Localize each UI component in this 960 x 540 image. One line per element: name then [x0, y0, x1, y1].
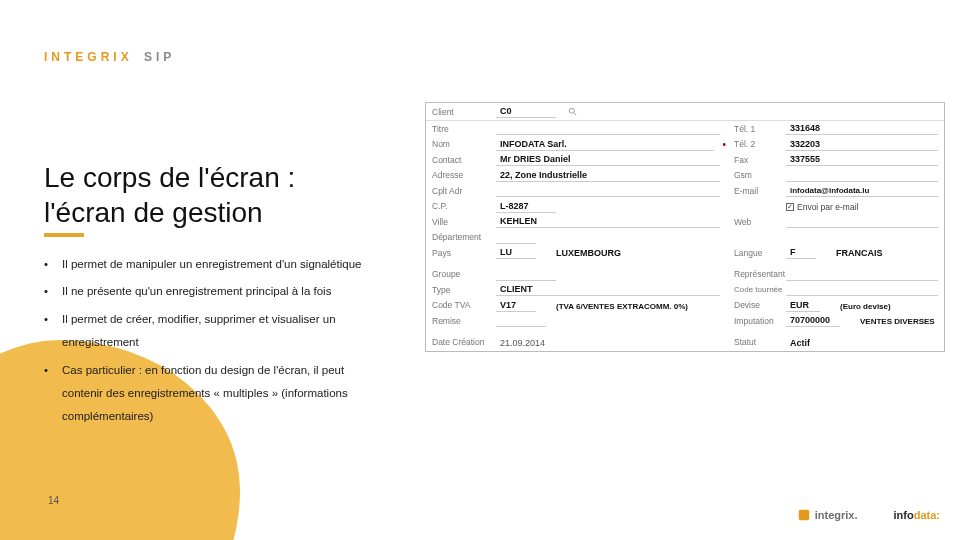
- client-field[interactable]: C0: [496, 105, 556, 118]
- titre-label: Titre: [426, 124, 496, 134]
- email-field[interactable]: infodata@infodata.lu: [786, 184, 938, 197]
- svg-point-0: [569, 108, 574, 113]
- client-label: Client: [426, 107, 496, 117]
- type-label: Type: [426, 285, 496, 295]
- envoi-checkbox[interactable]: ✓Envoi par e-mail: [786, 200, 938, 213]
- title-line-1: Le corps de l'écran :: [44, 162, 295, 193]
- bullet-4c: complémentaires): [44, 407, 419, 425]
- brand-secondary: SIP: [144, 50, 175, 64]
- svg-rect-2: [799, 510, 810, 521]
- codetva-label: Code TVA: [426, 300, 496, 310]
- bullet-2: Il ne présente qu'un enregistrement prin…: [44, 282, 419, 300]
- footer-brand-infodata: infodata:: [894, 509, 940, 521]
- gsm-label: Gsm: [726, 170, 786, 180]
- search-icon[interactable]: [568, 107, 578, 117]
- remise-label: Remise: [426, 316, 496, 326]
- tel2-field[interactable]: 332203: [786, 138, 938, 151]
- footer-brand-integrix: integrix.: [797, 508, 858, 522]
- bullet-3b: enregistrement: [44, 333, 419, 351]
- nom-field[interactable]: INFODATA Sarl.: [496, 138, 714, 151]
- pays-code-field[interactable]: LU: [496, 246, 536, 259]
- tel1-field[interactable]: 331648: [786, 122, 938, 135]
- pays-label: Pays: [426, 248, 496, 258]
- bullet-1: Il permet de manipuler un enregistrement…: [44, 255, 419, 273]
- codetva-code-field[interactable]: V17: [496, 299, 536, 312]
- titre-field[interactable]: [496, 122, 720, 135]
- rep-field[interactable]: [786, 268, 938, 281]
- integrix-logo-icon: [797, 508, 811, 522]
- devise-name: (Euro devise): [836, 299, 938, 312]
- adresse-field[interactable]: 22, Zone Industrielle: [496, 169, 720, 182]
- groupe-label: Groupe: [426, 269, 496, 279]
- dept-label: Département: [426, 232, 496, 242]
- brand-primary: INTEGRIX: [44, 50, 133, 64]
- groupe-field[interactable]: [496, 268, 556, 281]
- contact-label: Contact: [426, 155, 496, 165]
- fax-field[interactable]: 337555: [786, 153, 938, 166]
- bullet-3a: Il permet de créer, modifier, supprimer …: [44, 310, 419, 328]
- imput-code-field[interactable]: 70700000: [786, 314, 840, 327]
- bullet-list: Il permet de manipuler un enregistrement…: [44, 255, 419, 435]
- dept-field[interactable]: [496, 231, 536, 244]
- footer-brandbar: integrix. infodata:: [797, 508, 940, 522]
- statut-label: Statut: [726, 337, 786, 347]
- adresse-label: Adresse: [426, 170, 496, 180]
- tournee-field[interactable]: [786, 283, 938, 296]
- checkbox-icon: ✓: [786, 203, 794, 211]
- svg-line-1: [574, 112, 577, 115]
- web-label: Web: [726, 217, 786, 227]
- imput-name: VENTES DIVERSES: [856, 314, 938, 327]
- contact-field[interactable]: Mr DRIES Daniel: [496, 153, 720, 166]
- type-field[interactable]: CLIENT: [496, 283, 720, 296]
- page-number: 14: [48, 495, 59, 506]
- nom-label: Nom: [426, 139, 496, 149]
- page-title: Le corps de l'écran : l'écran de gestion: [44, 160, 295, 230]
- rep-label: Représentant: [726, 269, 786, 279]
- tel1-label: Tél. 1: [726, 124, 786, 134]
- title-accent-bar: [44, 233, 84, 237]
- client-value: C0: [496, 106, 512, 116]
- bullet-4b: contenir des enregistrements « multiples…: [44, 384, 419, 402]
- fax-label: Fax: [726, 155, 786, 165]
- langue-label: Langue: [726, 248, 786, 258]
- bullet-4a: Cas particulier : en fonction du design …: [44, 361, 419, 379]
- date-label: Date Création: [426, 337, 496, 347]
- cplt-field[interactable]: [496, 184, 720, 197]
- codetva-name: (TVA 6/VENTES EXTRACOMM. 0%): [552, 299, 720, 312]
- ville-label: Ville: [426, 217, 496, 227]
- form-panel: Client C0 Titre NomINFODATA Sarl.• Conta…: [425, 102, 945, 352]
- gsm-field[interactable]: [786, 169, 938, 182]
- devise-label: Devise: [726, 300, 786, 310]
- statut-value: Actif: [786, 336, 938, 349]
- header-brand: INTEGRIX SIP: [44, 50, 175, 64]
- web-field[interactable]: [786, 215, 938, 228]
- ville-field[interactable]: KEHLEN: [496, 215, 720, 228]
- email-label: E-mail: [726, 186, 786, 196]
- date-value: 21.09.2014: [496, 336, 720, 349]
- cp-label: C.P.: [426, 201, 496, 211]
- pays-name: LUXEMBOURG: [552, 246, 720, 259]
- langue-code-field[interactable]: F: [786, 246, 816, 259]
- title-line-2: l'écran de gestion: [44, 195, 295, 230]
- cplt-label: Cplt Adr: [426, 186, 496, 196]
- tel2-label: Tél. 2: [726, 139, 786, 149]
- cp-field[interactable]: L-8287: [496, 200, 556, 213]
- devise-code-field[interactable]: EUR: [786, 299, 820, 312]
- tournee-label: Code tournée: [726, 285, 786, 294]
- langue-name: FRANCAIS: [832, 246, 938, 259]
- remise-field[interactable]: [496, 314, 546, 327]
- imput-label: Imputation: [726, 316, 786, 326]
